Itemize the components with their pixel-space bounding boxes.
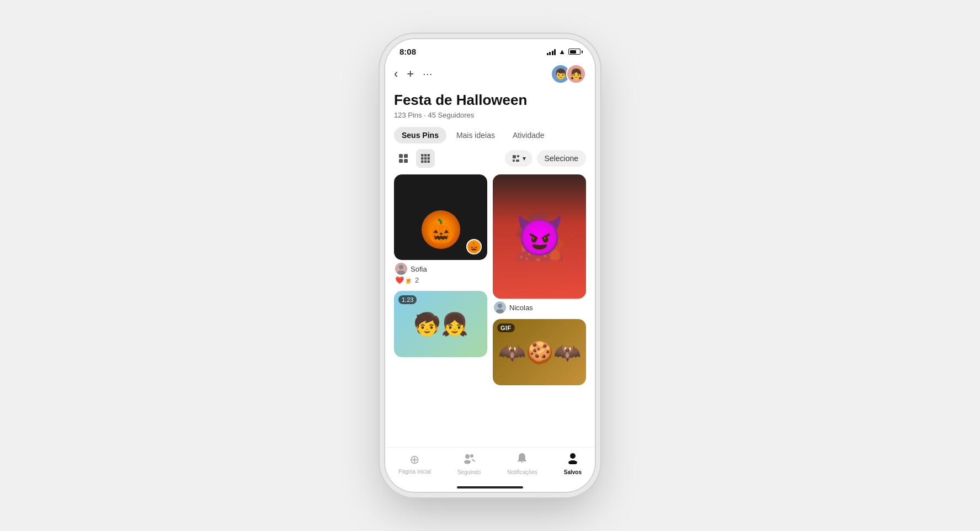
- svg-rect-8: [424, 157, 427, 160]
- phone-device: 8:08 ▲ ‹ + ···: [385, 39, 595, 492]
- svg-point-19: [498, 304, 502, 308]
- cookies-emoji-icon: 🦇🍪🦇: [498, 339, 581, 365]
- kids-emoji-icon: 🧒👧: [413, 311, 468, 337]
- svg-rect-16: [516, 160, 519, 162]
- more-button[interactable]: ···: [423, 68, 433, 80]
- saved-icon: [567, 452, 579, 468]
- notifications-svg: [516, 452, 528, 464]
- home-icon: ⊕: [409, 453, 419, 467]
- wifi-icon: ▲: [558, 47, 566, 56]
- svg-point-17: [399, 265, 403, 269]
- nicolas-avatar-icon: [494, 301, 506, 314]
- grid-3-button[interactable]: [416, 149, 435, 168]
- nav-notifications[interactable]: Notificações: [507, 452, 537, 475]
- add-button[interactable]: +: [407, 67, 414, 81]
- tab-mais-ideias[interactable]: Mais ideias: [449, 127, 503, 144]
- pin-pumpkin[interactable]: 🎃 🎃 Sofia: [394, 174, 487, 285]
- grid-3-icon: [420, 153, 430, 163]
- nicolas-avatar: [494, 301, 506, 314]
- svg-rect-2: [399, 159, 403, 163]
- pins-grid: 🎃 🎃 Sofia: [394, 174, 586, 385]
- svg-point-24: [570, 453, 576, 459]
- organize-icon: [512, 154, 520, 163]
- phone-screen: 8:08 ▲ ‹ + ···: [385, 39, 595, 492]
- svg-rect-7: [421, 157, 424, 160]
- nav-following-label: Seguindo: [457, 469, 481, 475]
- witch-image: 🧙‍♀️ 😈: [493, 174, 586, 299]
- duration-badge: 1:23: [398, 295, 417, 304]
- reaction-icons: ❤️🍺: [395, 276, 413, 284]
- pumpkin-image: 🎃 🎃: [394, 174, 487, 260]
- witch-user-row: Nicolas: [493, 301, 586, 314]
- back-button[interactable]: ‹: [394, 68, 398, 80]
- svg-point-18: [397, 270, 405, 275]
- view-buttons: [394, 149, 435, 168]
- toolbar: ▾ Selecione: [385, 144, 595, 172]
- svg-rect-10: [421, 161, 424, 163]
- sofia-avatar: [395, 263, 407, 275]
- battery-icon: [568, 49, 580, 55]
- status-time: 8:08: [400, 47, 416, 56]
- svg-rect-9: [428, 157, 430, 160]
- chevron-down-icon: ▾: [523, 155, 526, 162]
- svg-rect-6: [428, 154, 430, 157]
- nav-notifications-label: Notificações: [507, 469, 537, 475]
- sofia-name: Sofia: [411, 265, 427, 273]
- grid-2-icon: [398, 153, 408, 163]
- header-left: ‹ + ···: [394, 67, 433, 81]
- pin-kids[interactable]: 🧒👧 1:23: [394, 291, 487, 357]
- toolbar-right: ▾ Selecione: [505, 150, 587, 167]
- organize-button[interactable]: ▾: [505, 150, 532, 167]
- svg-rect-12: [428, 161, 430, 163]
- following-svg: [463, 452, 475, 464]
- nav-home-label: Página inicial: [398, 469, 431, 475]
- svg-point-23: [470, 454, 473, 458]
- gif-badge: GIF: [497, 323, 515, 332]
- tabs-row: Seus Pins Mais ideias Atividade: [385, 127, 595, 144]
- svg-point-20: [496, 309, 504, 314]
- pin-witch[interactable]: 🧙‍♀️ 😈: [493, 174, 586, 314]
- right-column: 🧙‍♀️ 😈: [493, 174, 586, 385]
- nicolas-name: Nicolas: [509, 304, 533, 312]
- svg-rect-1: [404, 154, 408, 158]
- notifications-icon: [516, 452, 528, 468]
- cookies-image: 🦇🍪🦇 GIF: [493, 319, 586, 385]
- tab-atividade[interactable]: Atividade: [505, 127, 552, 144]
- header-avatars: 👦 👧: [551, 64, 586, 84]
- bottom-nav: ⊕ Página inicial Seguindo: [385, 447, 595, 486]
- svg-point-22: [464, 460, 471, 464]
- nav-saved-label: Salvos: [564, 469, 582, 475]
- tab-seus-pins[interactable]: Seus Pins: [394, 127, 446, 144]
- app-header: ‹ + ··· 👦 👧: [385, 60, 595, 88]
- svg-point-25: [568, 460, 577, 464]
- home-indicator: [457, 486, 523, 488]
- pins-area[interactable]: 🎃 🎃 Sofia: [385, 172, 595, 447]
- svg-rect-11: [424, 161, 427, 163]
- left-column: 🎃 🎃 Sofia: [394, 174, 487, 385]
- following-icon: [463, 452, 475, 468]
- board-title: Festa de Halloween: [394, 92, 586, 109]
- pumpkin-reactions: ❤️🍺 2: [394, 275, 487, 285]
- svg-point-21: [465, 454, 470, 459]
- kids-image: 🧒👧 1:23: [394, 291, 487, 357]
- status-icons: ▲: [547, 47, 580, 56]
- svg-rect-14: [517, 155, 519, 157]
- pumpkin-badge: 🎃: [466, 239, 482, 254]
- svg-rect-15: [513, 160, 515, 162]
- board-info: Festa de Halloween 123 Pins · 45 Seguido…: [385, 88, 595, 127]
- grid-2-button[interactable]: [394, 149, 413, 168]
- sofia-avatar-icon: [395, 263, 407, 275]
- nav-home[interactable]: ⊕ Página inicial: [398, 453, 431, 475]
- reaction-count: 2: [415, 276, 419, 284]
- saved-svg: [567, 452, 579, 464]
- nav-saved[interactable]: Salvos: [564, 452, 582, 475]
- svg-rect-4: [421, 154, 424, 157]
- svg-rect-5: [424, 154, 427, 157]
- board-meta: 123 Pins · 45 Seguidores: [394, 111, 586, 119]
- select-button[interactable]: Selecione: [537, 150, 587, 167]
- pin-cookies[interactable]: 🦇🍪🦇 GIF: [493, 319, 586, 385]
- svg-rect-3: [404, 159, 408, 163]
- signal-icon: [547, 49, 556, 55]
- nav-following[interactable]: Seguindo: [457, 452, 481, 475]
- avatar-user2[interactable]: 👧: [566, 64, 586, 84]
